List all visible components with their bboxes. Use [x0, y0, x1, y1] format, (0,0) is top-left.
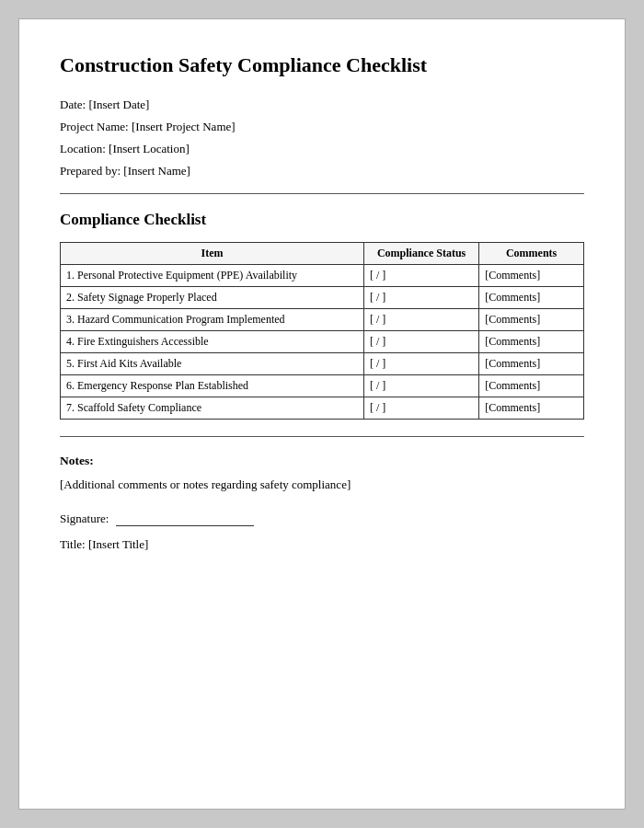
- location-field: Location: [Insert Location]: [60, 142, 584, 156]
- cell-item: 6. Emergency Response Plan Established: [61, 374, 364, 397]
- checklist-section-title: Compliance Checklist: [60, 211, 584, 229]
- date-field: Date: [Insert Date]: [60, 98, 584, 112]
- prepared-value: [Insert Name]: [123, 164, 190, 178]
- signature-label: Signature:: [60, 512, 109, 525]
- title-field: Title: [Insert Title]: [60, 537, 584, 552]
- location-label: Location:: [60, 142, 106, 155]
- cell-item: 2. Safety Signage Properly Placed: [61, 286, 364, 308]
- project-field: Project Name: [Insert Project Name]: [60, 120, 584, 134]
- signature-field: Signature:: [60, 511, 584, 526]
- compliance-table: Item Compliance Status Comments 1. Perso…: [60, 242, 584, 420]
- table-row: 6. Emergency Response Plan Established[ …: [61, 374, 584, 397]
- date-value: [Insert Date]: [88, 98, 149, 111]
- table-header-row: Item Compliance Status Comments: [61, 242, 584, 264]
- project-label: Project Name:: [60, 120, 129, 133]
- cell-comments: [Comments]: [479, 330, 584, 352]
- cell-status: [ / ]: [364, 352, 479, 374]
- document-title: Construction Safety Compliance Checklist: [60, 52, 584, 79]
- cell-item: 7. Scaffold Safety Compliance: [61, 397, 364, 419]
- table-row: 7. Scaffold Safety Compliance[ / ][Comme…: [61, 397, 584, 419]
- header-status: Compliance Status: [364, 242, 479, 264]
- cell-item: 4. Fire Extinguishers Accessible: [61, 330, 364, 352]
- notes-label: Notes:: [60, 454, 584, 468]
- title-label: Title:: [60, 537, 86, 551]
- cell-status: [ / ]: [364, 264, 479, 286]
- date-label: Date:: [60, 98, 86, 111]
- cell-status: [ / ]: [364, 308, 479, 330]
- prepared-label: Prepared by:: [60, 164, 121, 178]
- cell-item: 5. First Aid Kits Available: [61, 352, 364, 374]
- cell-comments: [Comments]: [479, 374, 584, 397]
- document-page: Construction Safety Compliance Checklist…: [18, 18, 626, 810]
- project-value: [Insert Project Name]: [132, 120, 236, 133]
- section-divider-2: [60, 436, 584, 437]
- location-value: [Insert Location]: [109, 142, 190, 155]
- title-value: [Insert Title]: [88, 537, 148, 551]
- cell-status: [ / ]: [364, 330, 479, 352]
- cell-item: 1. Personal Protective Equipment (PPE) A…: [61, 264, 364, 286]
- cell-comments: [Comments]: [479, 286, 584, 308]
- cell-comments: [Comments]: [479, 264, 584, 286]
- signature-underline: [116, 511, 254, 526]
- table-row: 3. Hazard Communication Program Implemen…: [61, 308, 584, 330]
- cell-item: 3. Hazard Communication Program Implemen…: [61, 308, 364, 330]
- cell-comments: [Comments]: [479, 352, 584, 374]
- table-row: 4. Fire Extinguishers Accessible[ / ][Co…: [61, 330, 584, 352]
- header-comments: Comments: [479, 242, 584, 264]
- cell-comments: [Comments]: [479, 397, 584, 419]
- table-row: 5. First Aid Kits Available[ / ][Comment…: [61, 352, 584, 374]
- notes-text: [Additional comments or notes regarding …: [60, 477, 584, 492]
- cell-status: [ / ]: [364, 397, 479, 419]
- prepared-field: Prepared by: [Insert Name]: [60, 164, 584, 178]
- section-divider-1: [60, 193, 584, 194]
- cell-comments: [Comments]: [479, 308, 584, 330]
- table-row: 2. Safety Signage Properly Placed[ / ][C…: [61, 286, 584, 308]
- header-item: Item: [61, 242, 364, 264]
- table-row: 1. Personal Protective Equipment (PPE) A…: [61, 264, 584, 286]
- cell-status: [ / ]: [364, 374, 479, 397]
- cell-status: [ / ]: [364, 286, 479, 308]
